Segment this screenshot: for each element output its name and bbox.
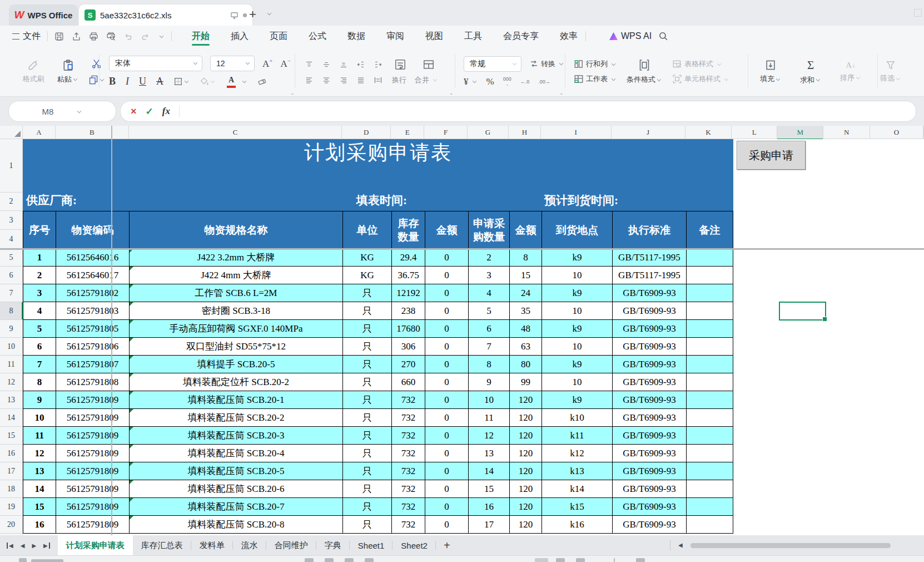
- print-icon[interactable]: [89, 32, 98, 41]
- cell[interactable]: 120: [509, 408, 542, 427]
- cell[interactable]: 56125791806: [56, 337, 130, 356]
- cell[interactable]: 732: [391, 444, 425, 462]
- percent-format-button[interactable]: %: [486, 76, 494, 87]
- row-header-13[interactable]: 13: [0, 391, 22, 409]
- column-header-O[interactable]: O: [870, 126, 923, 139]
- cell[interactable]: 填料装配压筒 SCB.20-7: [129, 497, 343, 516]
- menu-item-数据[interactable]: 数据: [346, 27, 366, 46]
- cell[interactable]: GB/T6909-93: [612, 444, 687, 462]
- cell[interactable]: GB/T6909-93: [612, 373, 687, 391]
- header-cell[interactable]: 库存数量: [391, 211, 425, 249]
- header-cell[interactable]: 金额: [425, 211, 469, 249]
- cell[interactable]: [686, 515, 733, 534]
- cell[interactable]: 15: [468, 480, 510, 498]
- enter-icon[interactable]: ✓: [146, 106, 153, 117]
- cell[interactable]: 0: [425, 248, 469, 267]
- cell[interactable]: 56125791809: [56, 462, 130, 480]
- cell[interactable]: 1: [23, 248, 56, 267]
- new-tab-button[interactable]: +: [249, 7, 256, 22]
- cell[interactable]: 13: [23, 462, 56, 480]
- cell[interactable]: 120: [509, 426, 542, 445]
- menu-item-插入[interactable]: 插入: [230, 27, 250, 46]
- cell[interactable]: 手动高压卸荷阀 SGXF.0 140MPa: [129, 319, 343, 338]
- cell[interactable]: 120: [509, 462, 542, 480]
- font-name-select[interactable]: 宋体: [109, 56, 202, 71]
- cell[interactable]: 填料装配压筒 SCB.20-5: [129, 462, 343, 480]
- fill-button[interactable]: 填充: [756, 59, 785, 84]
- statusbar-icon[interactable]: [19, 558, 27, 562]
- row-header-11[interactable]: 11: [0, 356, 22, 373]
- cell[interactable]: [686, 444, 733, 462]
- share-to-device-icon[interactable]: [230, 11, 239, 19]
- cell[interactable]: [686, 373, 733, 391]
- cell[interactable]: 56125791809: [56, 426, 130, 445]
- cell[interactable]: k12: [542, 444, 613, 462]
- borders-button[interactable]: [173, 77, 190, 86]
- cell[interactable]: 56125646016: [56, 248, 130, 267]
- row-header-1[interactable]: 1: [0, 139, 22, 193]
- cell[interactable]: 0: [425, 408, 469, 427]
- rows-columns-button[interactable]: 行和列: [574, 59, 617, 69]
- cell[interactable]: 12: [23, 444, 56, 462]
- cell[interactable]: 56125791809: [56, 391, 130, 409]
- align-top-icon[interactable]: [305, 60, 314, 69]
- cell[interactable]: 56125791807: [56, 355, 130, 373]
- cell[interactable]: [686, 408, 733, 427]
- cell[interactable]: 只: [342, 355, 392, 373]
- cell[interactable]: 17: [468, 515, 510, 534]
- sheet-tab-合同维护[interactable]: 合同维护: [266, 535, 316, 555]
- cell[interactable]: 8: [468, 355, 510, 373]
- cell[interactable]: k13: [542, 462, 613, 480]
- row-header-15[interactable]: 15: [0, 427, 22, 445]
- column-header-I[interactable]: I: [541, 126, 612, 139]
- cell[interactable]: 只: [342, 497, 392, 516]
- cell[interactable]: [686, 497, 733, 516]
- paste-button[interactable]: 粘贴: [53, 59, 82, 85]
- currency-format-button[interactable]: ¥: [464, 76, 478, 87]
- cell[interactable]: 732: [391, 480, 425, 498]
- cell[interactable]: 56125646017: [56, 266, 130, 284]
- cell[interactable]: GB/T6909-93: [612, 337, 687, 356]
- cell[interactable]: 填料装配压筒 SCB.20-4: [129, 444, 343, 462]
- header-cell[interactable]: 单位: [342, 211, 392, 249]
- cell[interactable]: 只: [342, 408, 392, 427]
- cancel-icon[interactable]: ×: [131, 106, 137, 117]
- cell[interactable]: k10: [542, 408, 613, 427]
- eraser-icon[interactable]: [257, 77, 267, 86]
- cell[interactable]: [686, 266, 733, 284]
- cell[interactable]: k9: [542, 284, 613, 302]
- cell[interactable]: 只: [342, 373, 392, 391]
- previous-sheet-icon[interactable]: ◀: [21, 543, 25, 549]
- sheet-body[interactable]: 计划采购申请表 供应厂商: 填表时间: 预计到货时间: 序号物资编码物资规格名称…: [23, 139, 924, 535]
- cell[interactable]: 56125791809: [56, 497, 130, 516]
- cell[interactable]: 密封圈 SCB.3-18: [129, 302, 343, 320]
- underline-button[interactable]: U: [139, 76, 146, 87]
- redo-icon[interactable]: [141, 32, 150, 41]
- cell[interactable]: 0: [425, 266, 469, 284]
- increase-decimal-button[interactable]: .00→: [538, 79, 550, 85]
- cell[interactable]: 660: [391, 373, 425, 391]
- cell[interactable]: 0: [425, 302, 469, 320]
- cell[interactable]: 4: [468, 284, 510, 302]
- name-box[interactable]: M8: [8, 101, 116, 122]
- cell[interactable]: 填料装配压筒 SCB.20-3: [129, 426, 343, 445]
- cell[interactable]: 9: [23, 391, 56, 409]
- header-cell[interactable]: 金额: [509, 211, 542, 249]
- align-left-icon[interactable]: [305, 76, 314, 85]
- cell[interactable]: [686, 480, 733, 498]
- cell[interactable]: k11: [542, 426, 613, 445]
- active-cell-selection[interactable]: [779, 302, 826, 321]
- cell[interactable]: 双口型油封 SD55*75*12: [129, 337, 343, 356]
- header-cell[interactable]: 执行标准: [612, 211, 687, 249]
- cell[interactable]: 0: [425, 284, 469, 302]
- menu-item-效率[interactable]: 效率: [559, 27, 579, 46]
- cell[interactable]: 63: [509, 337, 542, 356]
- cell[interactable]: 16: [23, 515, 56, 534]
- cell[interactable]: 填料装配压筒 SCB.20-8: [129, 515, 343, 534]
- cell[interactable]: 0: [425, 373, 469, 391]
- column-header-C[interactable]: C: [129, 126, 342, 139]
- cell[interactable]: 80: [509, 355, 542, 373]
- cell[interactable]: 15: [509, 266, 542, 284]
- cell[interactable]: 12192: [391, 284, 425, 302]
- cell[interactable]: k9: [542, 355, 613, 373]
